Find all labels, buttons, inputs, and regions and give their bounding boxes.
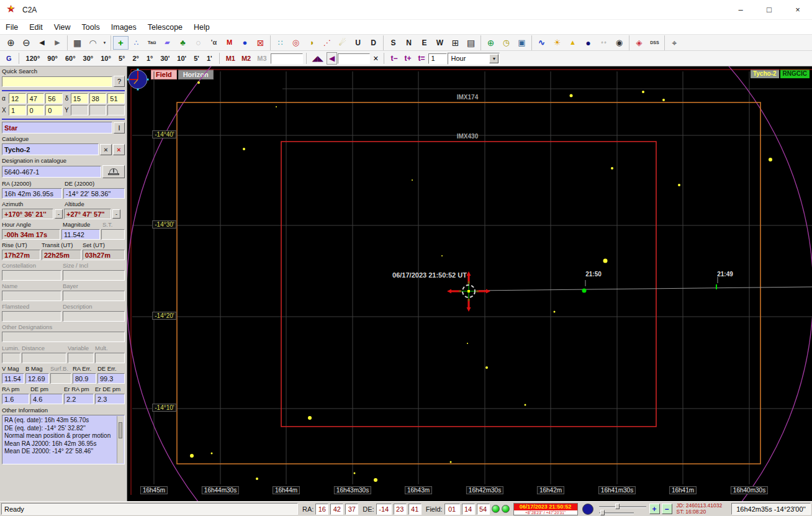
deep-sky-button[interactable]: ● [237,36,253,50]
ra-h-status[interactable]: 16 [315,504,328,515]
x3-field[interactable]: 0 [45,105,63,115]
comet-button[interactable]: ☄ [335,36,350,50]
de-s-status[interactable]: 41 [408,504,422,515]
sunrise-button[interactable]: ▲ [565,36,580,50]
star[interactable] [662,99,665,101]
altitude-more-button[interactable]: - [112,209,120,219]
telescope-link-button[interactable]: ⌖ [667,36,682,50]
deep-sky-names-button[interactable]: D [366,36,381,50]
ephemeris-panel-button[interactable]: ▣ [514,36,530,50]
menu-tools[interactable]: Tools [76,20,106,35]
time-unit-select[interactable]: Hour ▼ [448,53,500,65]
datetime-display[interactable]: 06/17/2023 21:50:52 +8°28'23'' / +47°20'… [513,503,578,515]
satellite-trail-button[interactable]: ∘∘ [596,36,611,50]
ngc-pattern-button[interactable]: ⊠ [253,36,268,50]
star[interactable] [211,453,213,455]
star[interactable] [642,91,644,93]
time-plus-button[interactable]: t+ [401,54,414,63]
star[interactable] [554,311,556,313]
north-button[interactable]: N [401,36,417,50]
pan-button[interactable]: ⊞ [448,36,463,50]
menu-file[interactable]: File [0,20,24,35]
star[interactable] [441,255,443,256]
clock-button[interactable]: ◷ [498,36,514,50]
moon-phase-button[interactable]: ◑ [304,36,319,50]
guiding-button[interactable]: G [2,52,16,65]
star[interactable] [485,366,488,369]
camera-button[interactable]: ◉ [611,36,627,50]
de-s-field[interactable]: 51 [107,93,125,104]
fov-10min[interactable]: 10' [173,52,190,65]
galaxy-button[interactable]: ◎ [288,36,304,50]
back-button[interactable]: ◀ [34,36,50,50]
horizon-landscape-button[interactable]: ♣ [175,36,191,50]
star[interactable] [354,473,356,474]
sun-button[interactable]: ☀ [549,36,565,50]
mark-input[interactable] [271,53,303,64]
star[interactable] [611,167,613,170]
star[interactable] [276,106,277,107]
asteroids-button[interactable]: ⋰ [319,36,335,50]
zoom-minus-button[interactable]: − [662,504,672,514]
object-search-input[interactable] [338,53,370,64]
dss-button[interactable]: DSS [647,36,662,50]
wave-button[interactable]: ∿ [534,36,549,50]
horizon-fill-button[interactable]: ▤ [463,36,479,50]
west-button[interactable]: W [432,36,448,50]
x2-field[interactable]: 0 [27,105,45,115]
mark-m3-button[interactable]: M3 [254,52,269,65]
time-set-button[interactable]: t= [415,54,428,63]
catalogue-prev-button[interactable]: × [100,144,112,155]
search-help-button[interactable]: ? [114,76,125,87]
designation-field[interactable]: 5640-467-1 [2,166,101,178]
forward-button[interactable]: ▶ [50,36,65,50]
de-d-field[interactable]: 15 [71,93,88,104]
dome-dropdown-button[interactable]: ▼ [101,36,109,50]
flip-horizontal-button[interactable]: ◢◣ [310,52,326,65]
constellation-names-button[interactable]: Taü [144,36,160,50]
messier-button[interactable]: M [222,36,237,50]
other-information-box[interactable]: RA (eq. date): 16h 43m 56.70sDE (eq. dat… [2,415,125,464]
de-d-status[interactable]: -14 [376,504,392,515]
trajectory-point[interactable] [582,289,587,293]
field-m-status[interactable]: 14 [462,504,475,515]
maximize-button[interactable]: □ [755,0,783,20]
menu-help[interactable]: Help [188,20,215,35]
star[interactable] [412,179,413,181]
fov-60deg[interactable]: 60° [61,52,79,65]
ccd-frame-button[interactable]: ◈ [631,36,647,50]
mark-m1-button[interactable]: M1 [223,52,238,65]
constellation-bounds-button[interactable]: ▰ [160,36,175,50]
constellation-lines-button[interactable]: ∴ [129,36,144,50]
de-m-status[interactable]: 23 [394,504,407,515]
night-button[interactable]: ● [580,36,596,50]
star-names-button[interactable]: 'α [206,36,222,50]
ellipse-button[interactable]: ◌ [191,36,206,50]
star[interactable] [243,148,245,150]
fov-1deg[interactable]: 1° [143,52,157,65]
fov-30min[interactable]: 30' [156,52,173,65]
slider-handle-2[interactable] [600,510,605,515]
slider-handle-1[interactable] [615,504,620,509]
star[interactable] [603,259,608,263]
star[interactable] [678,184,680,186]
clear-search-button[interactable]: × [371,52,381,65]
fov-5min[interactable]: 5' [190,52,203,65]
fov-10deg[interactable]: 10° [97,52,115,65]
azimuth-more-button[interactable]: - [55,209,63,219]
fov-120deg[interactable]: 120° [22,52,44,65]
quick-search-input[interactable] [2,76,112,87]
fov-90deg[interactable]: 90° [43,52,61,65]
ra-s-field[interactable]: 56 [45,93,63,104]
field-position-button[interactable]: + [113,36,129,50]
menu-images[interactable]: Images [106,20,142,35]
flip-left-button[interactable]: ◀ [327,52,337,65]
zoom-in-button[interactable]: ⊕ [3,36,19,50]
east-button[interactable]: E [417,36,432,50]
fov-5deg[interactable]: 5° [115,52,129,65]
ra-h-field[interactable]: 12 [9,93,26,104]
zoom-out-button[interactable]: ⊖ [19,36,34,50]
zoom-sliders[interactable] [599,504,647,515]
star[interactable] [197,81,200,84]
earth-button[interactable]: ⊕ [483,36,498,50]
